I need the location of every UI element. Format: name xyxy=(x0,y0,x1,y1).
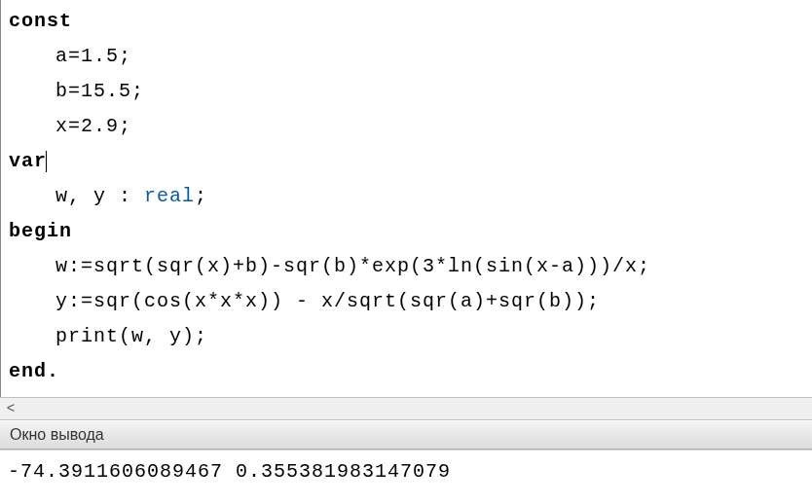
code-line: end. xyxy=(1,354,812,389)
keyword-begin: begin xyxy=(9,220,72,242)
var-decl-pre: w, y : xyxy=(55,185,144,207)
code-line: begin xyxy=(1,214,812,249)
code-line: a=1.5; xyxy=(1,39,812,74)
code-editor[interactable]: const a=1.5; b=15.5; x=2.9; var w, y : r… xyxy=(0,0,812,397)
keyword-end: end. xyxy=(9,360,59,382)
keyword-var: var xyxy=(9,150,47,172)
var-decl-post: ; xyxy=(195,185,207,207)
code-line: w, y : real; xyxy=(1,179,812,214)
code-line: const xyxy=(1,4,812,39)
code-line: print(w, y); xyxy=(1,319,812,354)
keyword-const: const xyxy=(9,10,72,32)
output-panel-title: Окно вывода xyxy=(0,420,812,450)
scroll-left-arrow-icon[interactable]: < xyxy=(0,398,21,419)
output-result: -74.3911606089467 0.355381983147079 xyxy=(0,450,812,492)
output-panel: Окно вывода -74.3911606089467 0.35538198… xyxy=(0,420,812,492)
code-line: var xyxy=(1,144,812,179)
code-line: b=15.5; xyxy=(1,74,812,109)
code-line: y:=sqr(cos(x*x*x)) - x/sqrt(sqr(a)+sqr(b… xyxy=(1,284,812,319)
code-line: w:=sqrt(sqr(x)+b)-sqr(b)*exp(3*ln(sin(x-… xyxy=(1,249,812,284)
type-real: real xyxy=(144,185,195,207)
code-line: x=2.9; xyxy=(1,109,812,144)
text-cursor xyxy=(46,151,47,172)
horizontal-scrollbar[interactable]: < xyxy=(0,397,812,420)
